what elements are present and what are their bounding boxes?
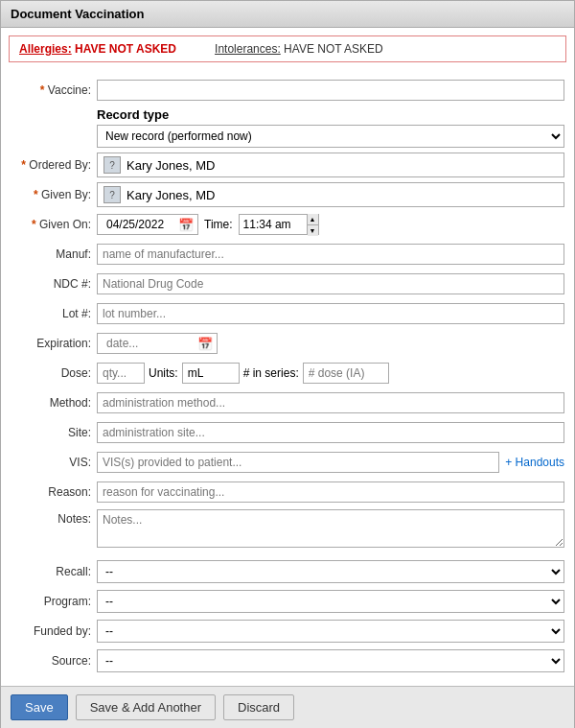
vaccine-field-wrap xyxy=(97,80,564,101)
intolerance-section: Intolerances: HAVE NOT ASKED xyxy=(215,42,383,56)
vaccine-label: * Vaccine: xyxy=(11,83,97,97)
footer-bar: Save Save & Add Another Discard xyxy=(1,686,574,728)
expiration-calendar-icon[interactable]: 📅 xyxy=(197,337,213,351)
ordered-by-box[interactable]: ? Kary Jones, MD xyxy=(97,153,564,177)
title-bar: Document Vaccination xyxy=(1,1,574,28)
vaccine-row: * Vaccine: xyxy=(11,78,564,103)
discard-button[interactable]: Discard xyxy=(223,694,294,720)
given-on-row: * Given On: 📅 Time: ▲ ▼ xyxy=(11,212,564,237)
notes-textarea[interactable] xyxy=(97,509,564,548)
funded-label: Funded by: xyxy=(11,624,97,638)
program-select[interactable]: -- xyxy=(97,590,564,613)
vaccine-input[interactable] xyxy=(97,80,564,101)
dose-label: Dose: xyxy=(11,366,97,380)
method-input[interactable] xyxy=(97,392,564,413)
expiration-row: Expiration: 📅 xyxy=(11,331,564,356)
given-on-label: * Given On: xyxy=(11,218,97,231)
given-on-fields: 📅 Time: ▲ ▼ xyxy=(97,214,564,235)
site-row: Site: xyxy=(11,420,564,445)
document-vaccination-window: Document Vaccination Allergies: HAVE NOT… xyxy=(0,0,575,728)
source-select[interactable]: -- xyxy=(97,649,564,672)
intolerance-label[interactable]: Intolerances: xyxy=(215,42,281,56)
given-on-date-input[interactable] xyxy=(102,214,178,235)
in-series-label: # in series: xyxy=(243,366,299,380)
manuf-input[interactable] xyxy=(97,244,564,265)
given-on-content: 📅 Time: ▲ ▼ xyxy=(97,214,564,235)
ordered-by-icon[interactable]: ? xyxy=(104,156,121,174)
units-label: Units: xyxy=(149,366,178,380)
given-by-label: * Given By: xyxy=(11,188,97,201)
given-by-row: * Given By: ? Kary Jones, MD xyxy=(11,182,564,207)
given-by-box[interactable]: ? Kary Jones, MD xyxy=(97,182,564,207)
dose-qty-input[interactable] xyxy=(97,363,145,384)
handouts-link[interactable]: + Handouts xyxy=(505,456,564,469)
site-input[interactable] xyxy=(97,422,564,443)
given-by-field: ? Kary Jones, MD xyxy=(97,182,564,207)
time-spinner[interactable]: ▲ ▼ xyxy=(307,214,318,235)
time-label: Time: xyxy=(204,218,233,231)
vis-row: VIS: + Handouts xyxy=(11,450,564,475)
ordered-by-row: * Ordered By: ? Kary Jones, MD xyxy=(11,153,564,177)
calendar-icon[interactable]: 📅 xyxy=(178,218,194,232)
date-wrap: 📅 xyxy=(97,214,198,235)
record-type-label: Record type xyxy=(97,107,564,122)
allergy-section: Allergies: HAVE NOT ASKED xyxy=(19,42,176,56)
recall-label: Recall: xyxy=(11,565,97,578)
source-row: Source: -- xyxy=(11,648,564,673)
notes-row: Notes: xyxy=(11,509,564,551)
intolerance-value: HAVE NOT ASKED xyxy=(284,42,383,56)
given-by-value: Kary Jones, MD xyxy=(126,188,215,202)
window-title: Document Vaccination xyxy=(11,7,144,21)
ordered-by-label: * Ordered By: xyxy=(11,158,97,172)
ndc-label: NDC #: xyxy=(11,277,97,291)
program-row: Program: -- xyxy=(11,589,564,614)
time-wrap: ▲ ▼ xyxy=(239,214,319,235)
lot-input[interactable] xyxy=(97,303,564,324)
ordered-by-value: Kary Jones, MD xyxy=(126,158,215,173)
ordered-by-field: ? Kary Jones, MD xyxy=(97,153,564,177)
notes-label: Notes: xyxy=(11,512,97,526)
manuf-label: Manuf: xyxy=(11,247,97,261)
vis-label: VIS: xyxy=(11,456,97,469)
allergy-label[interactable]: Allergies: xyxy=(19,42,72,56)
record-type-select[interactable]: New record (performed now) Historical re… xyxy=(97,125,564,148)
vis-fields: + Handouts xyxy=(97,452,564,473)
save-add-button[interactable]: Save & Add Another xyxy=(76,694,216,720)
expiration-label: Expiration: xyxy=(11,337,97,350)
ndc-input[interactable] xyxy=(97,273,564,294)
allergy-bar: Allergies: HAVE NOT ASKED Intolerances: … xyxy=(9,35,566,62)
reason-row: Reason: xyxy=(11,480,564,505)
reason-label: Reason: xyxy=(11,485,97,499)
source-label: Source: xyxy=(11,654,97,668)
ndc-row: NDC #: xyxy=(11,271,564,296)
funded-select[interactable]: -- xyxy=(97,620,564,643)
given-by-icon[interactable]: ? xyxy=(104,186,121,203)
time-up-arrow[interactable]: ▲ xyxy=(308,214,318,225)
recall-row: Recall: -- Yes No xyxy=(11,559,564,584)
method-label: Method: xyxy=(11,396,97,410)
funded-row: Funded by: -- xyxy=(11,619,564,644)
time-down-arrow[interactable]: ▼ xyxy=(308,225,318,236)
dose-row: Dose: Units: # in series: xyxy=(11,361,564,386)
program-label: Program: xyxy=(11,595,97,608)
lot-label: Lot #: xyxy=(11,307,97,320)
manuf-row: Manuf: xyxy=(11,242,564,267)
dose-unit-input[interactable] xyxy=(182,363,240,384)
record-type-section: Record type New record (performed now) H… xyxy=(97,107,564,148)
save-button[interactable]: Save xyxy=(11,694,68,720)
lot-row: Lot #: xyxy=(11,301,564,326)
dose-series-input[interactable] xyxy=(303,363,389,384)
given-on-time-input[interactable] xyxy=(240,214,307,235)
vis-input[interactable] xyxy=(97,452,499,473)
form-area: * Vaccine: Record type New record (perfo… xyxy=(1,70,574,686)
site-label: Site: xyxy=(11,426,97,439)
record-type-row: Record type New record (performed now) H… xyxy=(11,107,564,148)
dose-fields: Units: # in series: xyxy=(97,363,564,384)
method-row: Method: xyxy=(11,390,564,415)
allergy-value: HAVE NOT ASKED xyxy=(75,42,176,56)
reason-input[interactable] xyxy=(97,481,564,503)
expiration-date-input[interactable] xyxy=(102,333,197,354)
recall-select[interactable]: -- Yes No xyxy=(97,560,564,583)
expiration-date-wrap: 📅 xyxy=(97,333,218,354)
